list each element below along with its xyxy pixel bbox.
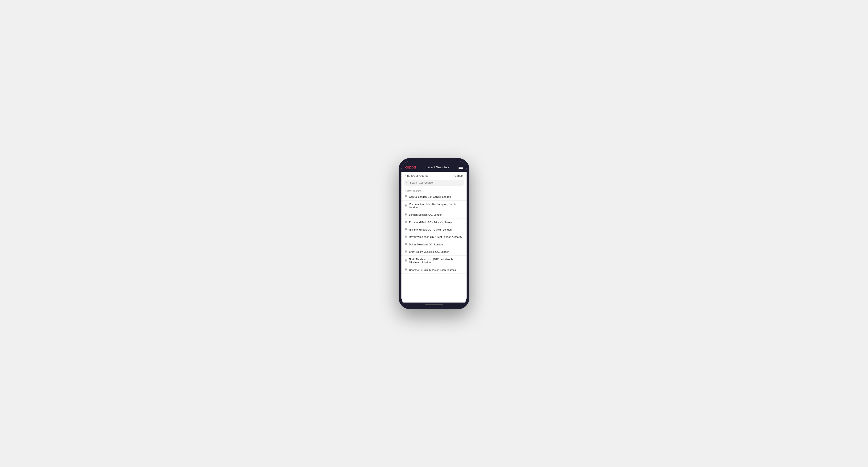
- find-title: Find a Golf Course: [405, 174, 429, 178]
- location-pin-icon: [405, 205, 407, 208]
- location-pin-icon: [405, 228, 407, 231]
- nearby-label: Nearby courses: [401, 188, 467, 193]
- nav-title: Recent Searches: [426, 165, 449, 169]
- location-pin-icon: [405, 221, 407, 224]
- course-list-item[interactable]: Central London Golf Centre, London: [401, 193, 467, 200]
- location-pin-icon: [405, 236, 407, 239]
- course-list-item[interactable]: Dukes Meadows GC, London: [401, 241, 467, 248]
- courses-list: Central London Golf Centre, London Roeha…: [401, 193, 467, 274]
- location-pin-icon: [405, 259, 407, 262]
- course-name: Central London Golf Centre, London: [409, 195, 451, 198]
- svg-line-1: [408, 183, 408, 183]
- course-name: Royal Wimbledon GC, Great London Authori…: [409, 235, 462, 239]
- home-bar: [425, 304, 443, 305]
- cancel-button[interactable]: Cancel: [455, 174, 463, 178]
- course-list-item[interactable]: Royal Wimbledon GC, Great London Authori…: [401, 234, 467, 241]
- nav-bar: clippd Recent Searches: [401, 163, 467, 172]
- course-list-item[interactable]: Richmond Park GC - Duke's, London: [401, 226, 467, 234]
- course-name: Dukes Meadows GC, London: [409, 243, 443, 246]
- phone-notch: [401, 161, 467, 163]
- app-logo: clippd: [405, 165, 416, 169]
- course-name: Richmond Park GC - Prince's, Surrey: [409, 221, 452, 224]
- course-list-item[interactable]: Coombe Hill GC, Kingston upon Thames: [401, 267, 467, 274]
- course-list-item[interactable]: London Scottish GC, London: [401, 211, 467, 219]
- course-list-item[interactable]: North Middlesex GC (1011942 - North Midd…: [401, 255, 467, 267]
- course-name: North Middlesex GC (1011942 - North Midd…: [409, 257, 463, 264]
- course-name: Brent Valley Municipal GC, London: [409, 250, 449, 253]
- search-container: [401, 179, 467, 188]
- course-name: Roehampton Club - Roehampton, Greater Lo…: [409, 203, 463, 209]
- course-list-item[interactable]: Roehampton Club - Roehampton, Greater Lo…: [401, 200, 467, 212]
- search-input[interactable]: [410, 181, 462, 184]
- nearby-section: Nearby courses Central London Golf Centr…: [401, 188, 467, 303]
- location-pin-icon: [405, 213, 407, 216]
- course-name: Richmond Park GC - Duke's, London: [409, 228, 452, 231]
- location-pin-icon: [405, 268, 407, 271]
- search-icon: [406, 181, 408, 184]
- course-list-item[interactable]: Brent Valley Municipal GC, London: [401, 248, 467, 255]
- location-pin-icon: [405, 195, 407, 198]
- phone-frame: clippd Recent Searches Find a Golf Cours…: [399, 158, 469, 309]
- phone-screen: clippd Recent Searches Find a Golf Cours…: [401, 161, 467, 306]
- search-box: [404, 180, 464, 186]
- menu-icon[interactable]: [459, 166, 463, 169]
- location-pin-icon: [405, 250, 407, 253]
- course-list-item[interactable]: Richmond Park GC - Prince's, Surrey: [401, 219, 467, 226]
- course-name: Coombe Hill GC, Kingston upon Thames: [409, 268, 456, 272]
- course-name: London Scottish GC, London: [409, 213, 442, 216]
- location-pin-icon: [405, 243, 407, 246]
- home-indicator: [401, 303, 467, 306]
- find-header: Find a Golf Course Cancel: [401, 172, 467, 179]
- main-content: Find a Golf Course Cancel Nearby courses: [401, 172, 467, 303]
